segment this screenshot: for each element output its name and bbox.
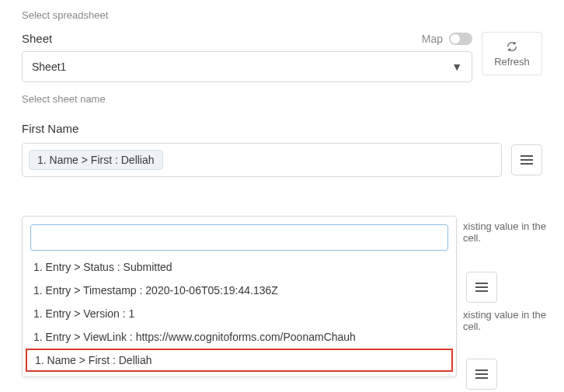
field-menu-button[interactable] — [511, 144, 542, 175]
note-text-1: xisting value in the cell. — [463, 220, 564, 244]
field-menu-button-3[interactable] — [466, 359, 497, 390]
map-label: Map — [422, 33, 443, 45]
sheet-select-value: Sheet1 — [32, 61, 66, 73]
field-menu-button-2[interactable] — [466, 272, 497, 303]
first-name-input[interactable]: 1. Name > First : Delliah — [22, 143, 502, 177]
refresh-icon — [506, 40, 518, 53]
refresh-button[interactable]: Refresh — [482, 32, 542, 75]
menu-icon — [520, 155, 533, 165]
dropdown-item[interactable]: 1. Name > First : Delliah — [26, 349, 453, 372]
dropdown-item[interactable]: 1. Entry > ViewLink : https://www.cognit… — [23, 325, 456, 349]
dropdown-list[interactable]: 1. Entry > Status : Submitted1. Entry > … — [23, 255, 456, 376]
dropdown-item[interactable]: 1. Entry > Status : Submitted — [23, 255, 456, 279]
dropdown-search-input[interactable] — [39, 231, 440, 244]
menu-icon — [475, 369, 488, 379]
first-name-label: First Name — [22, 122, 542, 135]
first-name-chip[interactable]: 1. Name > First : Delliah — [29, 150, 163, 170]
sheet-label: Sheet — [22, 32, 52, 45]
sheet-help: Select sheet name — [22, 93, 542, 105]
map-toggle[interactable] — [449, 33, 472, 45]
dropdown-item[interactable]: 1. Entry > Version : 1 — [23, 302, 456, 325]
dropdown-search[interactable] — [30, 224, 448, 251]
note-text-2: xisting value in the cell. — [463, 309, 564, 332]
field-picker-dropdown: 1. Entry > Status : Submitted1. Entry > … — [22, 216, 457, 377]
dropdown-item[interactable]: 1. Entry > Timestamp : 2020-10-06T05:19:… — [23, 279, 456, 302]
menu-icon — [475, 283, 488, 292]
spreadsheet-help: Select spreadsheet — [22, 9, 542, 21]
refresh-label: Refresh — [494, 56, 530, 68]
caret-down-icon: ▼ — [451, 61, 462, 73]
sheet-select[interactable]: Sheet1 ▼ — [22, 51, 472, 82]
